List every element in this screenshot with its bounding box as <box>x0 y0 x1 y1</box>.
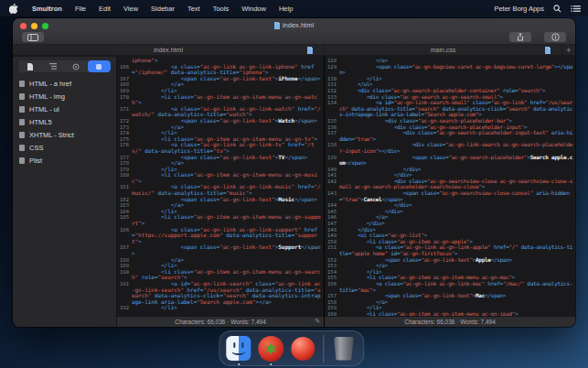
menu-text[interactable]: Text <box>181 5 207 13</box>
code-line: 192 </li> <box>117 305 324 311</box>
menu-tools[interactable]: Tools <box>207 5 236 13</box>
dock-trash-icon[interactable] <box>330 333 358 364</box>
line-number: 149 <box>325 233 339 239</box>
commands-gear-icon <box>72 63 80 70</box>
code-area-main-css[interactable]: 128 </a>129 <span class="ac-gn-bagview-c… <box>325 57 575 316</box>
line-number: 186 <box>117 227 132 245</box>
code-text: <a class="ac-gn-link ac-gn-link-support"… <box>132 227 324 245</box>
line-number: 172 <box>117 118 132 124</box>
line-number: 155 <box>325 275 339 281</box>
line-number: 143 <box>325 190 339 202</box>
toolbar <box>13 30 575 45</box>
line-number: 182 <box>117 197 132 203</box>
line-number <box>117 58 132 64</box>
document-icon <box>19 145 25 151</box>
code-text: </li> <box>339 76 575 82</box>
notification-center-icon[interactable] <box>571 5 581 13</box>
sidebar-item-label: XHTML - Strict <box>29 131 74 139</box>
dock-finder-icon[interactable] <box>225 333 252 364</box>
smultron-window: index.html index.html main.css + <box>13 18 575 327</box>
editor-pane-right[interactable]: 128 </a>129 <span class="ac-gn-bagview-c… <box>325 57 575 327</box>
menu-sidebar[interactable]: Sidebar <box>144 5 181 13</box>
sidebar-item-label: HTML - img <box>29 92 65 101</box>
sidebar-item[interactable]: HTML - img <box>13 90 116 103</box>
editor-pane-left[interactable]: iphone">166 <a class="ac-gn-link ac-gn-l… <box>117 57 325 327</box>
line-number: 187 <box>117 244 132 256</box>
document-icon <box>274 22 280 29</box>
info-button[interactable] <box>544 32 566 42</box>
menu-view[interactable]: View <box>117 5 144 13</box>
sidebar-item[interactable]: XHTML - Strict <box>13 128 116 141</box>
tab-document-icon[interactable] <box>307 47 313 54</box>
line-number: 184 <box>117 209 132 215</box>
line-number: 192 <box>117 305 132 311</box>
tab-document-icon[interactable] <box>545 47 551 54</box>
zoom-button[interactable] <box>42 23 48 29</box>
segment-advanced-find[interactable] <box>88 60 111 72</box>
sidebar-item[interactable]: Plist <box>13 154 116 167</box>
segment-documents[interactable] <box>18 60 41 72</box>
dock-separator <box>323 335 324 363</box>
code-text: </li> <box>132 305 324 311</box>
line-number: 166 <box>117 64 132 76</box>
line-number: 131 <box>325 81 339 88</box>
document-icon <box>19 119 25 125</box>
line-number: 176 <box>117 142 132 154</box>
title-bar[interactable]: index.html <box>13 18 575 30</box>
line-number: 140 <box>325 167 339 173</box>
line-number: 138 <box>325 142 339 154</box>
sidebar-item[interactable]: HTML5 <box>13 115 116 128</box>
line-number: 190 <box>117 269 132 281</box>
line-number: 141 <box>325 172 339 179</box>
segment-commands[interactable] <box>65 60 88 72</box>
menu-window[interactable]: Window <box>235 5 273 13</box>
status-bar-left: Characters: 66,036 · Words: 7,494 ✎ <box>117 316 324 327</box>
sidebar-item[interactable]: CSS <box>13 141 116 154</box>
line-number: 180 <box>117 172 132 184</box>
status-text: Characters: 66,036 · Words: 7,494 <box>404 319 496 325</box>
menu-smultron[interactable]: Smultron <box>26 5 69 13</box>
search-icon[interactable] <box>553 5 561 13</box>
tab-index-html[interactable]: index.html <box>13 45 325 55</box>
line-number: 154 <box>325 269 339 276</box>
line-number: 128 <box>325 58 339 64</box>
menu-items: FileEditViewSidebarTextToolsWindowHelp <box>69 5 299 13</box>
line-number: 169 <box>117 88 132 94</box>
line-number: 139 <box>325 155 339 167</box>
new-tab-button[interactable]: + <box>562 45 575 55</box>
line-number: 132 <box>325 88 339 94</box>
menu-file[interactable]: File <box>69 5 92 13</box>
apple-menu-icon[interactable] <box>7 3 20 14</box>
sidebar-item[interactable]: HTML - a href <box>13 77 116 90</box>
line-number: 152 <box>325 257 339 264</box>
line-number: 181 <box>117 184 132 196</box>
share-button[interactable] <box>509 32 531 42</box>
code-area-index-html[interactable]: iphone">166 <a class="ac-gn-link ac-gn-l… <box>117 57 324 316</box>
menu-bar: Smultron FileEditViewSidebarTextToolsWin… <box>0 0 588 16</box>
dock-smultron-icon[interactable] <box>257 333 284 364</box>
line-number: 156 <box>325 281 339 293</box>
minimize-button[interactable] <box>31 23 37 29</box>
dock-red-sphere-icon[interactable] <box>289 333 316 364</box>
code-line: 134 <a id="ac-gn-link-search-small" clas… <box>325 100 575 118</box>
line-number: 157 <box>325 293 339 299</box>
tab-main-css[interactable]: main.css <box>325 45 562 55</box>
line-number: 178 <box>117 160 132 167</box>
document-icon <box>19 157 25 164</box>
sidebar-item[interactable]: HTML - ul <box>13 103 116 115</box>
info-icon <box>551 33 560 41</box>
sidebar-icon <box>27 34 38 41</box>
status-bar-right: Characters: 66,036 · Words: 7,494 <box>325 316 575 327</box>
window-title: index.html <box>283 21 314 29</box>
menubar-user-text: Peter Borg Apps <box>494 5 544 13</box>
code-text: <a id="ac-gn-link-search" class="ac-gn-l… <box>132 281 324 305</box>
segment-snippets[interactable] <box>41 60 64 72</box>
menu-edit[interactable]: Edit <box>92 5 117 13</box>
line-number: 174 <box>117 130 132 136</box>
close-button[interactable] <box>20 23 27 29</box>
sidebar-toggle-button[interactable] <box>22 32 44 42</box>
sidebar-item-label: Plist <box>29 157 42 165</box>
line-number: 179 <box>117 167 132 173</box>
sidebar-item-label: CSS <box>29 144 43 152</box>
menu-help[interactable]: Help <box>273 5 299 13</box>
